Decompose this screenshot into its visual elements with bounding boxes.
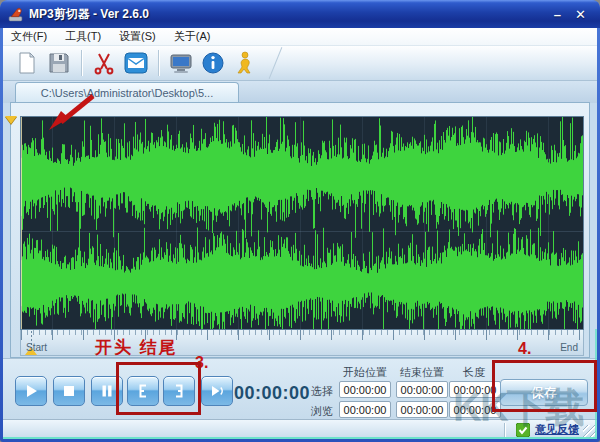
app-window: MP3剪切器 - Ver 2.6.0 – ✕ 文件(F) 工具(T) 设置(S)… [0,0,600,442]
toolbar [3,46,597,81]
screen-button[interactable] [165,48,197,78]
feedback-link[interactable]: 意见反馈 [535,422,579,437]
new-file-button[interactable] [11,48,43,78]
resize-grip[interactable] [583,425,596,438]
statusbar: 意见反馈 [3,419,597,439]
stop-icon [61,383,77,399]
screen-icon [169,51,193,75]
mail-icon [124,51,148,75]
timeline-start-label: Start [26,342,47,353]
new-file-icon [15,51,39,75]
statusbar-separator [504,423,505,437]
mail-button[interactable] [120,48,152,78]
browse-end-field[interactable] [396,401,448,418]
browse-start-field[interactable] [339,401,391,418]
annotation-head-tail-label: 开头 结尾 [95,336,178,359]
time-display: 00:00:00 [234,383,310,404]
save-file-button[interactable] [43,48,75,78]
cut-button[interactable] [88,48,120,78]
play-button[interactable] [15,376,47,406]
position-marker-triangle[interactable] [5,116,17,124]
info-button[interactable] [197,48,229,78]
waveform-canvas[interactable] [21,117,583,329]
window-content: 文件(F) 工具(T) 设置(S) 关于(A) [3,28,597,439]
app-icon [7,6,24,23]
annotation-box-markers [116,362,201,415]
selection-row-label: 选择 [307,384,333,399]
toolbar-end-divider [269,47,283,79]
stop-button[interactable] [53,376,85,406]
annotation-box-save [492,360,597,412]
feedback-icon [516,423,530,437]
scissors-icon [92,51,116,75]
play-selection-button[interactable] [201,376,233,406]
messenger-button[interactable] [229,48,261,78]
waveform-panel: Start End [10,102,590,358]
window-title: MP3剪切器 - Ver 2.6.0 [29,6,149,23]
annotation-arrow [47,92,99,132]
annotation-step4-label: 4. [518,340,531,358]
start-position-header: 开始位置 [338,365,392,380]
selection-start-field[interactable] [339,381,391,398]
menubar: 文件(F) 工具(T) 设置(S) 关于(A) [3,28,597,46]
minimize-button[interactable]: – [554,8,561,21]
running-man-icon [233,51,257,75]
save-icon [47,51,71,75]
menu-tools[interactable]: 工具(T) [65,29,101,44]
play-selection-icon [209,383,225,399]
pause-icon [99,383,115,399]
close-button[interactable]: ✕ [575,8,586,21]
menu-about[interactable]: 关于(A) [174,29,211,44]
info-icon [201,51,225,75]
toolbar-separator [158,50,159,76]
selection-end-field[interactable] [396,381,448,398]
browse-row-label: 浏览 [307,404,333,419]
play-icon [23,383,39,399]
menu-file[interactable]: 文件(F) [11,29,47,44]
timeline-end-label: End [560,342,578,353]
toolbar-separator [81,50,82,76]
titlebar: MP3剪切器 - Ver 2.6.0 – ✕ [0,0,600,28]
menu-settings[interactable]: 设置(S) [119,29,156,44]
end-position-header: 结束位置 [395,365,449,380]
waveform-display[interactable] [20,116,584,330]
